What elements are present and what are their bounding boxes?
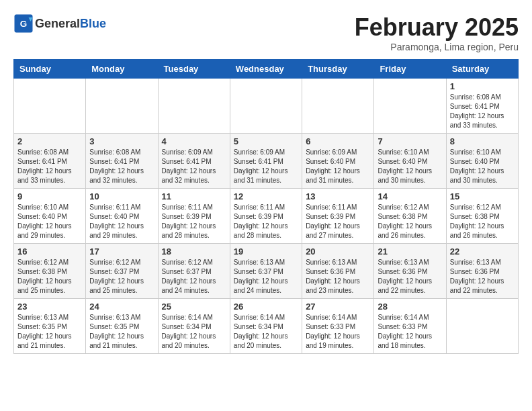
day-number: 6: [306, 136, 370, 146]
day-info: Sunrise: 6:10 AM Sunset: 6:40 PM Dayligh…: [378, 148, 442, 185]
calendar-cell: 26Sunrise: 6:14 AM Sunset: 6:34 PM Dayli…: [230, 299, 302, 354]
month-title: February 2025: [355, 13, 519, 42]
page-header: G General Blue February 2025 Paramonga, …: [13, 13, 519, 52]
svg-text:G: G: [20, 19, 28, 29]
calendar-cell: 25Sunrise: 6:14 AM Sunset: 6:34 PM Dayli…: [158, 299, 230, 354]
day-number: 22: [450, 246, 515, 257]
weekday-header-thursday: Thursday: [302, 60, 374, 79]
calendar-cell: 18Sunrise: 6:12 AM Sunset: 6:37 PM Dayli…: [158, 244, 230, 299]
calendar-cell: [230, 79, 302, 134]
day-info: Sunrise: 6:12 AM Sunset: 6:37 PM Dayligh…: [162, 258, 226, 295]
day-info: Sunrise: 6:10 AM Sunset: 6:40 PM Dayligh…: [450, 148, 515, 185]
day-info: Sunrise: 6:11 AM Sunset: 6:39 PM Dayligh…: [162, 203, 226, 240]
calendar-cell: [14, 79, 86, 134]
day-info: Sunrise: 6:08 AM Sunset: 6:41 PM Dayligh…: [17, 148, 82, 185]
calendar-week-5: 23Sunrise: 6:13 AM Sunset: 6:35 PM Dayli…: [14, 299, 519, 354]
day-number: 4: [162, 136, 226, 146]
day-info: Sunrise: 6:12 AM Sunset: 6:38 PM Dayligh…: [450, 203, 515, 240]
calendar-week-1: 1Sunrise: 6:08 AM Sunset: 6:41 PM Daylig…: [14, 79, 519, 134]
day-info: Sunrise: 6:10 AM Sunset: 6:40 PM Dayligh…: [17, 203, 82, 240]
day-number: 1: [450, 81, 515, 91]
calendar-cell: 1Sunrise: 6:08 AM Sunset: 6:41 PM Daylig…: [446, 79, 518, 134]
calendar-cell: [302, 79, 374, 134]
day-info: Sunrise: 6:13 AM Sunset: 6:36 PM Dayligh…: [450, 258, 515, 295]
day-info: Sunrise: 6:14 AM Sunset: 6:34 PM Dayligh…: [234, 313, 298, 351]
calendar-cell: [374, 79, 446, 134]
day-info: Sunrise: 6:11 AM Sunset: 6:39 PM Dayligh…: [234, 203, 298, 240]
day-number: 5: [234, 136, 298, 146]
calendar-cell: 27Sunrise: 6:14 AM Sunset: 6:33 PM Dayli…: [302, 299, 374, 354]
day-info: Sunrise: 6:13 AM Sunset: 6:35 PM Dayligh…: [89, 313, 154, 351]
day-info: Sunrise: 6:11 AM Sunset: 6:39 PM Dayligh…: [306, 203, 370, 240]
day-info: Sunrise: 6:13 AM Sunset: 6:37 PM Dayligh…: [234, 258, 298, 295]
day-number: 8: [450, 136, 515, 146]
calendar-week-4: 16Sunrise: 6:12 AM Sunset: 6:38 PM Dayli…: [14, 244, 519, 299]
title-area: February 2025 Paramonga, Lima region, Pe…: [355, 13, 519, 52]
day-number: 3: [89, 136, 154, 146]
day-number: 24: [89, 302, 154, 312]
calendar-cell: [86, 79, 158, 134]
day-number: 9: [17, 191, 82, 201]
day-info: Sunrise: 6:09 AM Sunset: 6:40 PM Dayligh…: [306, 148, 370, 185]
day-info: Sunrise: 6:08 AM Sunset: 6:41 PM Dayligh…: [89, 148, 154, 185]
calendar-cell: 3Sunrise: 6:08 AM Sunset: 6:41 PM Daylig…: [86, 134, 158, 189]
day-number: 10: [89, 191, 154, 201]
day-number: 2: [17, 136, 82, 146]
calendar-cell: 17Sunrise: 6:12 AM Sunset: 6:37 PM Dayli…: [86, 244, 158, 299]
day-info: Sunrise: 6:14 AM Sunset: 6:33 PM Dayligh…: [306, 313, 370, 351]
calendar-cell: 24Sunrise: 6:13 AM Sunset: 6:35 PM Dayli…: [86, 299, 158, 354]
day-info: Sunrise: 6:14 AM Sunset: 6:34 PM Dayligh…: [162, 313, 226, 351]
calendar-cell: 14Sunrise: 6:12 AM Sunset: 6:38 PM Dayli…: [374, 189, 446, 244]
day-number: 16: [17, 246, 82, 257]
day-number: 28: [378, 302, 442, 312]
day-info: Sunrise: 6:12 AM Sunset: 6:37 PM Dayligh…: [89, 258, 154, 295]
calendar-week-2: 2Sunrise: 6:08 AM Sunset: 6:41 PM Daylig…: [14, 134, 519, 189]
day-info: Sunrise: 6:14 AM Sunset: 6:33 PM Dayligh…: [378, 313, 442, 351]
calendar-cell: 19Sunrise: 6:13 AM Sunset: 6:37 PM Dayli…: [230, 244, 302, 299]
calendar-cell: [446, 299, 518, 354]
calendar-cell: 5Sunrise: 6:09 AM Sunset: 6:41 PM Daylig…: [230, 134, 302, 189]
day-info: Sunrise: 6:08 AM Sunset: 6:41 PM Dayligh…: [450, 93, 515, 130]
weekday-header-sunday: Sunday: [14, 60, 86, 79]
location-subtitle: Paramonga, Lima region, Peru: [355, 42, 519, 52]
calendar-cell: 23Sunrise: 6:13 AM Sunset: 6:35 PM Dayli…: [14, 299, 86, 354]
calendar-cell: 2Sunrise: 6:08 AM Sunset: 6:41 PM Daylig…: [14, 134, 86, 189]
day-info: Sunrise: 6:09 AM Sunset: 6:41 PM Dayligh…: [234, 148, 298, 185]
calendar-cell: 16Sunrise: 6:12 AM Sunset: 6:38 PM Dayli…: [14, 244, 86, 299]
day-number: 11: [162, 191, 226, 201]
day-number: 17: [89, 246, 154, 257]
weekday-header-saturday: Saturday: [446, 60, 518, 79]
calendar-cell: 4Sunrise: 6:09 AM Sunset: 6:41 PM Daylig…: [158, 134, 230, 189]
logo-blue-text: Blue: [80, 17, 106, 31]
day-info: Sunrise: 6:12 AM Sunset: 6:38 PM Dayligh…: [17, 258, 82, 295]
calendar-cell: 21Sunrise: 6:13 AM Sunset: 6:36 PM Dayli…: [374, 244, 446, 299]
calendar-cell: 13Sunrise: 6:11 AM Sunset: 6:39 PM Dayli…: [302, 189, 374, 244]
day-info: Sunrise: 6:09 AM Sunset: 6:41 PM Dayligh…: [162, 148, 226, 185]
day-number: 18: [162, 246, 226, 257]
day-number: 26: [234, 302, 298, 312]
calendar-week-3: 9Sunrise: 6:10 AM Sunset: 6:40 PM Daylig…: [14, 189, 519, 244]
day-number: 14: [378, 191, 442, 201]
calendar-cell: 7Sunrise: 6:10 AM Sunset: 6:40 PM Daylig…: [374, 134, 446, 189]
weekday-header-wednesday: Wednesday: [230, 60, 302, 79]
day-info: Sunrise: 6:11 AM Sunset: 6:40 PM Dayligh…: [89, 203, 154, 240]
day-number: 15: [450, 191, 515, 201]
day-number: 19: [234, 246, 298, 257]
weekday-header-monday: Monday: [86, 60, 158, 79]
calendar-cell: 15Sunrise: 6:12 AM Sunset: 6:38 PM Dayli…: [446, 189, 518, 244]
logo: G General Blue: [13, 13, 106, 34]
day-number: 13: [306, 191, 370, 201]
day-number: 7: [378, 136, 442, 146]
weekday-header-friday: Friday: [374, 60, 446, 79]
logo-icon: G: [13, 13, 34, 34]
calendar-header-row: SundayMondayTuesdayWednesdayThursdayFrid…: [14, 60, 519, 79]
day-number: 20: [306, 246, 370, 257]
calendar-cell: 6Sunrise: 6:09 AM Sunset: 6:40 PM Daylig…: [302, 134, 374, 189]
weekday-header-tuesday: Tuesday: [158, 60, 230, 79]
calendar-cell: 11Sunrise: 6:11 AM Sunset: 6:39 PM Dayli…: [158, 189, 230, 244]
logo-general-text: General: [35, 17, 80, 31]
day-number: 21: [378, 246, 442, 257]
day-info: Sunrise: 6:12 AM Sunset: 6:38 PM Dayligh…: [378, 203, 442, 240]
day-number: 27: [306, 302, 370, 312]
calendar-cell: 12Sunrise: 6:11 AM Sunset: 6:39 PM Dayli…: [230, 189, 302, 244]
